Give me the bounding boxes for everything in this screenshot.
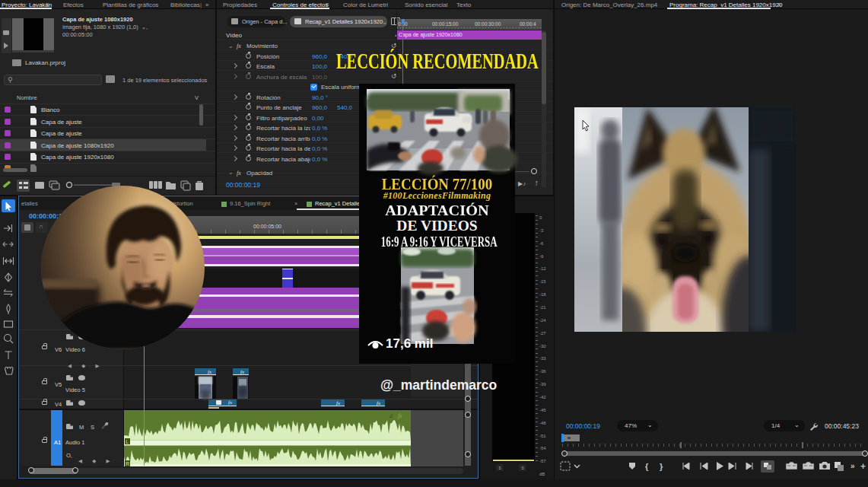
svg-text:{: { [645, 462, 649, 471]
svg-text:fx: fx [398, 412, 402, 419]
svg-text:»: » [851, 462, 855, 470]
svg-text:R: R [126, 460, 129, 466]
svg-text:L: L [126, 438, 129, 444]
svg-text:+: + [860, 461, 866, 472]
svg-text:♫: ♫ [389, 412, 393, 419]
svg-text:}: } [660, 462, 663, 471]
